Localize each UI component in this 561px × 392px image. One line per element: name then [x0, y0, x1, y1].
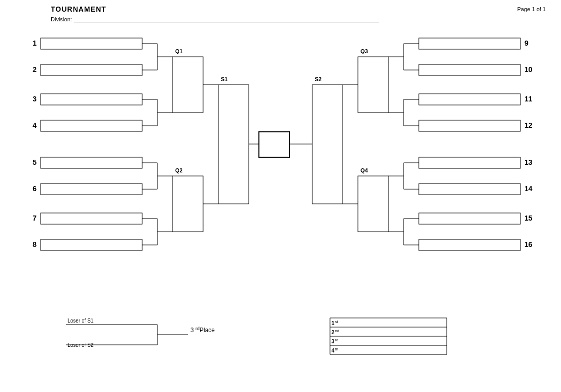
svg-text:S2: S2 — [315, 76, 321, 82]
svg-rect-31 — [419, 38, 520, 49]
svg-text:4: 4 — [332, 348, 335, 353]
svg-rect-6 — [41, 94, 142, 105]
page-number: Page 1 of 1 — [517, 6, 546, 12]
svg-rect-38 — [419, 120, 520, 131]
svg-text:Q4: Q4 — [360, 167, 369, 173]
division-underline — [74, 16, 379, 22]
svg-rect-28 — [218, 85, 249, 204]
svg-text:nd: nd — [335, 329, 339, 333]
svg-rect-46 — [419, 184, 520, 195]
svg-rect-52 — [419, 239, 520, 251]
svg-text:rd: rd — [195, 326, 200, 331]
svg-text:Loser of S2: Loser of S2 — [68, 342, 94, 348]
svg-text:3: 3 — [332, 339, 335, 344]
svg-text:Loser of S1: Loser of S1 — [68, 318, 94, 324]
svg-text:12: 12 — [524, 121, 533, 129]
svg-text:rd: rd — [335, 338, 338, 342]
svg-text:Q2: Q2 — [175, 167, 183, 173]
svg-rect-57 — [358, 176, 388, 232]
svg-text:7: 7 — [32, 214, 37, 222]
svg-text:th: th — [335, 347, 338, 351]
svg-text:11: 11 — [524, 95, 533, 103]
svg-rect-30 — [259, 132, 289, 157]
svg-rect-1 — [41, 64, 142, 76]
svg-text:2: 2 — [332, 330, 335, 335]
svg-text:15: 15 — [524, 214, 533, 222]
svg-rect-32 — [419, 64, 520, 76]
svg-text:st: st — [335, 320, 338, 324]
svg-text:14: 14 — [524, 185, 533, 193]
svg-rect-20 — [41, 213, 142, 224]
svg-rect-12 — [173, 57, 203, 113]
division-label: Division: — [51, 16, 72, 22]
svg-text:13: 13 — [524, 158, 533, 166]
svg-text:3: 3 — [32, 95, 37, 103]
svg-rect-0 — [41, 38, 142, 49]
svg-text:9: 9 — [524, 39, 529, 47]
svg-text:Place: Place — [200, 327, 215, 334]
svg-text:Q3: Q3 — [360, 48, 368, 54]
svg-rect-15 — [41, 184, 142, 195]
svg-text:3: 3 — [190, 327, 194, 334]
svg-text:6: 6 — [32, 185, 37, 193]
svg-text:1: 1 — [32, 39, 37, 47]
svg-text:1: 1 — [332, 320, 335, 326]
svg-rect-45 — [419, 157, 520, 168]
svg-rect-43 — [358, 57, 388, 113]
svg-rect-21 — [41, 239, 142, 251]
svg-rect-26 — [173, 176, 203, 232]
svg-text:8: 8 — [32, 240, 37, 248]
svg-rect-14 — [41, 157, 142, 168]
page: Page 1 of 1 TOURNAMENT Division: — [0, 0, 561, 392]
division-line: Division: — [51, 16, 551, 22]
svg-text:4: 4 — [32, 121, 37, 129]
svg-text:16: 16 — [524, 240, 533, 248]
svg-text:10: 10 — [524, 65, 533, 74]
svg-text:Q1: Q1 — [175, 48, 183, 54]
svg-rect-7 — [41, 120, 142, 131]
svg-text:S1: S1 — [221, 76, 227, 82]
svg-text:5: 5 — [32, 158, 37, 166]
svg-rect-59 — [312, 85, 343, 204]
tournament-title: TOURNAMENT — [51, 5, 551, 13]
svg-text:2: 2 — [32, 65, 37, 74]
bracket-svg: 1 2 3 4 5 6 7 8 9 10 11 12 13 14 15 16 Q… — [0, 28, 561, 383]
svg-rect-37 — [419, 94, 520, 105]
svg-rect-51 — [419, 213, 520, 224]
